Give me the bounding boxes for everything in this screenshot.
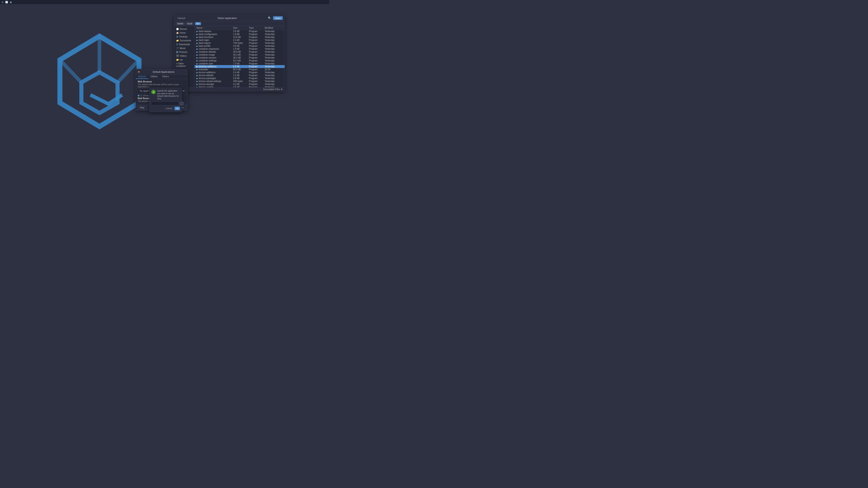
fm-footer-filter[interactable]: Executable Files ▼	[264, 88, 283, 91]
file-icon: ▶	[196, 83, 198, 86]
table-row[interactable]: ▶ container-image 43.3 kB Program Yester…	[195, 53, 285, 56]
file-modified: Yesterday	[265, 45, 283, 47]
fm-sidebar-other-locations[interactable]: + Other Locations	[174, 62, 194, 68]
fm-sidebar-home-label: Home	[180, 32, 186, 34]
file-type: Program	[249, 57, 265, 59]
da-web-browser-title: Web Browser	[138, 80, 186, 83]
td-path-input[interactable]	[151, 102, 179, 105]
table-row[interactable]: ▶ bash-login 2.4 kB Program Yesterday	[195, 39, 285, 41]
fm-sidebar-usr[interactable]: 📁 usr	[174, 58, 194, 62]
table-row[interactable]: ▶ container-session 28.4 kB Program Yest…	[195, 56, 285, 59]
file-name-label: container-settings	[199, 59, 217, 62]
file-modified: Yesterday	[265, 80, 283, 83]
fm-sidebar-documents[interactable]: 📁 Documents	[174, 39, 194, 42]
table-row[interactable]: ▶ termux-reload-settings 349 bytes Progr…	[195, 80, 285, 83]
fm-search-icon[interactable]: 🔍	[268, 17, 271, 20]
file-name-label: bash-profile	[199, 45, 211, 47]
taskbar: ⊞ ⬜ ▣	[0, 0, 329, 4]
file-modified: Yesterday	[265, 54, 283, 56]
table-row[interactable]: ▶ termux-storage 4.2 kB Program Yesterda…	[195, 83, 285, 86]
taskbar-icon-1[interactable]: ⊞	[1, 0, 4, 4]
table-row[interactable]: ▶ container-failsafe 18.6 kB Program Yes…	[195, 51, 285, 53]
tooltip-dialog: ★ Specify the application you want to us…	[149, 88, 182, 112]
file-size: 739 bytes	[233, 42, 249, 44]
file-size: 1.5 kB	[233, 74, 249, 76]
fm-col-type[interactable]: Type	[249, 27, 265, 29]
table-row[interactable]: ▶ container-settings 43.3 kB Program Yes…	[195, 59, 285, 62]
fm-cancel-button[interactable]: Cancel	[176, 16, 186, 20]
fm-col-name[interactable]: Name	[196, 27, 233, 29]
table-row[interactable]: ▶ frobulator 80.4 kB Program 20:38	[195, 68, 285, 71]
table-row[interactable]: ▶ termux-packages 2.8 kB Program Yesterd…	[195, 77, 285, 80]
fm-breadcrumb-home[interactable]: home	[176, 22, 184, 25]
file-name-label: container-failsafe	[199, 51, 216, 53]
da-tabs: Internet Utilities Others	[136, 74, 187, 79]
usr-icon: 📁	[176, 59, 179, 61]
td-cancel-button[interactable]: Cancel	[164, 107, 174, 110]
file-icon: ▶	[196, 60, 198, 62]
table-row[interactable]: ▶ bash-profile 4.8 kB Program Yesterday	[195, 44, 285, 47]
file-name-label: bash-logout	[199, 42, 211, 44]
da-window-title: Default Applications	[142, 70, 186, 73]
da-star-icon: ★	[138, 70, 140, 73]
fm-sidebar-pictures[interactable]: 🖼 Pictures	[174, 50, 194, 54]
fm-sidebar-home[interactable]: 🏠 Home	[174, 31, 194, 35]
file-name-label: container-session	[199, 57, 216, 59]
file-size: 2.8 kB	[233, 77, 249, 79]
table-row[interactable]: ▶ termux-failsafe 1.5 kB Program Yesterd…	[195, 74, 285, 77]
table-row[interactable]: ▶ desktop-additions 4.2 kB Program Yeste…	[195, 65, 285, 68]
da-tab-others[interactable]: Others	[160, 74, 171, 79]
da-tab-internet[interactable]: Internet	[136, 74, 148, 79]
file-icon: ▶	[196, 77, 198, 79]
da-help-button[interactable]: Help	[138, 106, 147, 109]
fm-sidebar-music[interactable]: 🎵 Music	[174, 46, 194, 50]
file-modified: Yesterday	[265, 71, 283, 74]
td-ok-button[interactable]: Ok	[175, 107, 180, 110]
fm-sidebar-music-label: Music	[180, 47, 186, 50]
videos-icon: 🎬	[176, 55, 179, 57]
fm-sidebar-desktop-label: Desktop	[179, 35, 188, 38]
file-type: Program	[249, 68, 265, 71]
fm-file-list: ▶ bash-aliases 3.5 kB Program Yesterday …	[195, 30, 285, 87]
fm-col-modified[interactable]: Modified	[265, 27, 283, 29]
td-description: Specify the application you want to use …	[157, 90, 180, 100]
file-size: 4.2 kB	[233, 65, 249, 68]
fm-col-size[interactable]: Size	[233, 27, 249, 29]
da-tab-utilities[interactable]: Utilities	[148, 74, 160, 79]
taskbar-icon-2[interactable]: ⬜	[5, 0, 8, 4]
file-modified: Yesterday	[265, 62, 283, 65]
fm-breadcrumb-local[interactable]: local	[186, 22, 193, 25]
table-row[interactable]: ▶ bash-functions 13.6 kB Program Yesterd…	[195, 36, 285, 39]
file-type: Program	[249, 71, 265, 74]
td-input-row: ...	[151, 102, 180, 105]
fm-sidebar-downloads[interactable]: ⬇ Downloads	[174, 42, 194, 46]
fm-open-button[interactable]: Open	[273, 16, 283, 20]
file-type: Program	[249, 42, 265, 44]
da-mail-radio-1[interactable]	[138, 95, 140, 96]
table-row[interactable]: ▶ termux-additions 2.4 kB Program Yester…	[195, 71, 285, 74]
fm-breadcrumb-bin[interactable]: bin	[195, 22, 201, 25]
fm-footer: Executable Files ▼	[174, 87, 285, 91]
file-icon: ▶	[196, 57, 198, 59]
table-row[interactable]: ▶ bash-logout 739 bytes Program Yesterda…	[195, 41, 285, 44]
fm-sidebar-recent[interactable]: 🕐 Recent	[174, 27, 194, 31]
table-row[interactable]: ▶ termux-update 4.5 kB Program Yesterday	[195, 86, 285, 87]
td-icon-row: ★ Specify the application you want to us…	[151, 90, 180, 100]
table-row[interactable]: ▶ container-expansion 1.5 kB Program Yes…	[195, 47, 285, 51]
fm-sidebar-desktop[interactable]: 🖥 Desktop	[174, 35, 194, 39]
file-size: 80.4 kB	[233, 68, 249, 71]
fm-sidebar-videos[interactable]: 🎬 Videos	[174, 54, 194, 58]
file-size: 28.4 kB	[233, 57, 249, 59]
file-size: 2.4 kB	[233, 71, 249, 74]
file-icon: ▶	[196, 51, 198, 53]
td-browse-button[interactable]: ...	[180, 102, 184, 105]
table-row[interactable]: ▶ bash-aliases 3.5 kB Program Yesterday	[195, 30, 285, 33]
da-mail-radio-2[interactable]	[141, 95, 142, 96]
file-name-label: bash-functions	[199, 36, 213, 38]
music-icon: 🎵	[176, 47, 179, 50]
table-row[interactable]: ▶ container-user 7.3 kB Program Yesterda…	[195, 62, 285, 65]
taskbar-icon-3[interactable]: ▣	[9, 0, 12, 4]
file-size: 43.3 kB	[233, 54, 249, 56]
file-type: Program	[249, 62, 265, 65]
table-row[interactable]: ▶ bash-configuration 1.9 kB Program Yest…	[195, 33, 285, 36]
